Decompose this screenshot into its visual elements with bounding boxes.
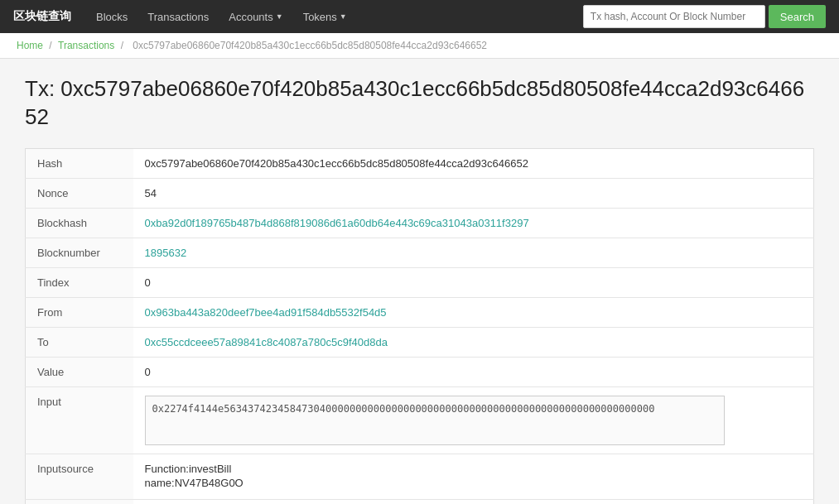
inputsource-line1: Function:investBill — [145, 463, 803, 475]
table-row-value: Value 0 — [26, 357, 814, 386]
key-receiptlogs: Receiptlogs — [26, 499, 133, 504]
table-row-from: From 0x963ba443a820deef7bee4ad91f584db55… — [26, 297, 814, 327]
key-hash: Hash — [26, 148, 133, 178]
table-row-inputsource: Inputsource Function:investBill name:NV4… — [26, 454, 814, 499]
detail-table: Hash 0xc5797abe06860e70f420b85a430c1ecc6… — [25, 148, 814, 504]
val-from[interactable]: 0x963ba443a820deef7bee4ad91f584db5532f54… — [145, 306, 387, 319]
breadcrumb-sep1: / — [49, 40, 55, 51]
key-to: To — [26, 327, 133, 357]
nav-blocks[interactable]: Blocks — [88, 0, 136, 33]
breadcrumb-hash: 0xc5797abe06860e70f420b85a430c1ecc66b5dc… — [133, 40, 487, 51]
tokens-dropdown-arrow: ▼ — [340, 12, 347, 21]
table-row-receiptlogs: Receiptlogs Event:InvestBill Index:0 nam… — [26, 499, 814, 504]
nav-tokens[interactable]: Tokens ▼ — [295, 0, 355, 33]
breadcrumb-home[interactable]: Home — [17, 40, 43, 51]
key-input: Input — [26, 386, 133, 454]
input-value-box: 0x2274f4144e5634374234584730400000000000… — [145, 396, 725, 445]
key-inputsource: Inputsource — [26, 454, 133, 499]
navbar-brand: 区块链查询 — [13, 9, 71, 24]
table-row-blocknumber: Blocknumber 1895632 — [26, 238, 814, 267]
key-blocknumber: Blocknumber — [26, 238, 133, 267]
key-nonce: Nonce — [26, 178, 133, 208]
val-nonce: 54 — [133, 178, 814, 208]
table-row-to: To 0xc55ccdceee57a89841c8c4087a780c5c9f4… — [26, 327, 814, 357]
val-to[interactable]: 0xc55ccdceee57a89841c8c4087a780c5c9f40d8… — [145, 336, 388, 348]
val-tindex: 0 — [133, 267, 814, 297]
table-row-nonce: Nonce 54 — [26, 178, 814, 208]
key-tindex: Tindex — [26, 267, 133, 297]
key-value: Value — [26, 357, 133, 386]
table-row-tindex: Tindex 0 — [26, 267, 814, 297]
table-row-blockhash: Blockhash 0xba92d0f189765b487b4d868f8190… — [26, 208, 814, 238]
inputsource-line2: name:NV47B48G0O — [145, 477, 803, 489]
table-row-input: Input 0x2274f4144e5634374234584730400000… — [26, 386, 814, 454]
nav-accounts[interactable]: Accounts ▼ — [220, 0, 291, 33]
val-blocknumber[interactable]: 1895632 — [145, 247, 187, 259]
breadcrumb-sep2: / — [121, 40, 127, 51]
search-button[interactable]: Search — [769, 5, 826, 28]
accounts-dropdown-arrow: ▼ — [276, 12, 283, 21]
table-row-hash: Hash 0xc5797abe06860e70f420b85a430c1ecc6… — [26, 148, 814, 178]
main-content: Tx: 0xc5797abe06860e70f420b85a430c1ecc66… — [0, 59, 839, 504]
val-hash: 0xc5797abe06860e70f420b85a430c1ecc66b5dc… — [133, 148, 814, 178]
navbar: 区块链查询 Blocks Transactions Accounts ▼ Tok… — [0, 0, 839, 33]
breadcrumb: Home / Transactions / 0xc5797abe06860e70… — [0, 33, 839, 59]
key-from: From — [26, 297, 133, 327]
tx-label: Tx: — [25, 76, 55, 101]
tx-hash-display: 0xc5797abe06860e70f420b85a430c1ecc66b5dc… — [25, 76, 804, 129]
nav-links: Blocks Transactions Accounts ▼ Tokens ▼ — [88, 0, 567, 33]
nav-transactions[interactable]: Transactions — [139, 0, 217, 33]
key-blockhash: Blockhash — [26, 208, 133, 238]
val-value: 0 — [133, 357, 814, 386]
breadcrumb-transactions[interactable]: Transactions — [58, 40, 114, 51]
search-input[interactable] — [583, 5, 765, 28]
val-blockhash[interactable]: 0xba92d0f189765b487b4d868f819086d61a60db… — [145, 217, 529, 229]
tx-title: Tx: 0xc5797abe06860e70f420b85a430c1ecc66… — [25, 75, 814, 132]
search-bar: Search — [583, 5, 826, 28]
